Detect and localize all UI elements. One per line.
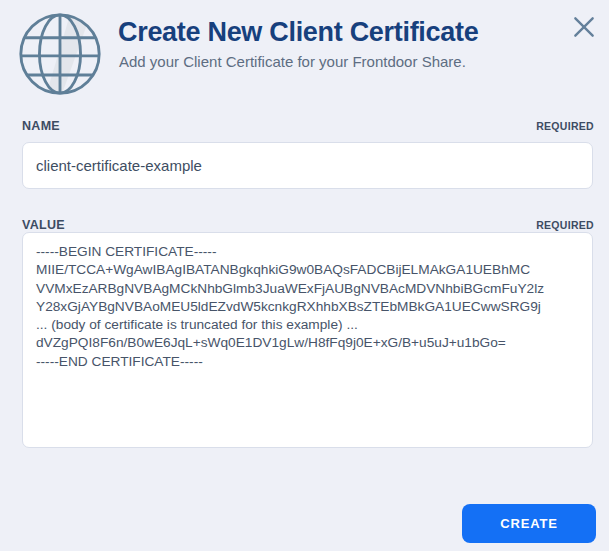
name-field-header: NAME REQUIRED	[22, 119, 594, 133]
create-client-certificate-modal: Create New Client Certificate Add your C…	[0, 0, 609, 551]
name-required-badge: REQUIRED	[536, 120, 594, 132]
name-label: NAME	[22, 119, 60, 133]
create-button[interactable]: CREATE	[462, 504, 596, 543]
value-label: VALUE	[22, 218, 65, 232]
close-button[interactable]	[570, 13, 598, 41]
globe-icon	[14, 11, 106, 97]
page-title: Create New Client Certificate	[118, 17, 478, 48]
page-subtitle: Add your Client Certificate for your Fro…	[119, 53, 466, 70]
name-input[interactable]	[22, 142, 593, 189]
close-icon	[571, 14, 597, 40]
value-field-header: VALUE REQUIRED	[22, 218, 594, 232]
certificate-value-textarea[interactable]: -----BEGIN CERTIFICATE----- MIIE/TCCA+Wg…	[22, 232, 593, 448]
value-required-badge: REQUIRED	[536, 219, 594, 231]
